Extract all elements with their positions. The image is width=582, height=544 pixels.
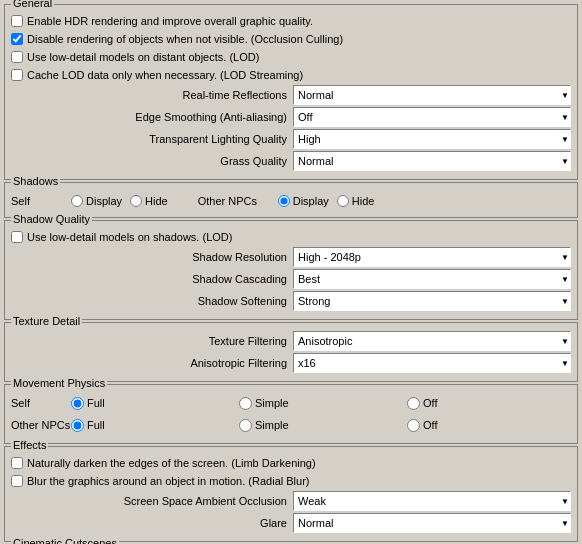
movement-other-simple-radio[interactable] <box>239 419 252 432</box>
shadow-cascading-select[interactable]: Best Better Good <box>293 269 571 289</box>
movement-other-label: Other NPCs <box>11 419 71 431</box>
limb-darkening-checkbox[interactable] <box>11 457 23 469</box>
movement-self-label: Self <box>11 397 71 409</box>
ssao-label: Screen Space Ambient Occlusion <box>11 495 293 507</box>
shadows-other-label: Other NPCs <box>198 195 278 207</box>
ssao-wrapper: Weak Strong Off <box>293 491 571 511</box>
shadow-softening-wrapper: Strong Soft Hard <box>293 291 571 311</box>
hdr-row: Enable HDR rendering and improve overall… <box>11 13 571 29</box>
lod-checkbox[interactable] <box>11 51 23 63</box>
shadows-radio-row: Self Display Hide Other NPCs Display Hid… <box>11 191 571 211</box>
movement-self-simple-radio[interactable] <box>239 397 252 410</box>
movement-physics-title: Movement Physics <box>11 377 107 389</box>
anisotropic-filtering-wrapper: x16 x8 x4 x2 x1 <box>293 353 571 373</box>
movement-self-simple-label: Simple <box>255 397 289 409</box>
glare-select[interactable]: Normal High Off <box>293 513 571 533</box>
shadows-other-hide-label: Hide <box>352 195 375 207</box>
anisotropic-filtering-select[interactable]: x16 x8 x4 x2 x1 <box>293 353 571 373</box>
occlusion-row: Disable rendering of objects when not vi… <box>11 31 571 47</box>
texture-filtering-control: Anisotropic Bilinear Trilinear <box>293 331 571 351</box>
edge-smoothing-select[interactable]: Off On <box>293 107 571 127</box>
shadow-lod-row: Use low-detail models on shadows. (LOD) <box>11 229 571 245</box>
shadows-self-hide-label: Hide <box>145 195 168 207</box>
shadow-resolution-wrapper: High - 2048p Medium - 1024p Low - 512p <box>293 247 571 267</box>
grass-quality-select[interactable]: Normal High Off <box>293 151 571 171</box>
shadows-self-display-radio[interactable] <box>71 195 83 207</box>
movement-self-full-label: Full <box>87 397 105 409</box>
occlusion-label: Disable rendering of objects when not vi… <box>27 33 343 45</box>
hdr-checkbox[interactable] <box>11 15 23 27</box>
effects-section: Effects Naturally darken the edges of th… <box>4 446 578 542</box>
radial-blur-checkbox[interactable] <box>11 475 23 487</box>
texture-filtering-select[interactable]: Anisotropic Bilinear Trilinear <box>293 331 571 351</box>
movement-self-simple: Simple <box>239 397 403 410</box>
shadows-other-display-group: Display <box>278 195 329 207</box>
radial-blur-row: Blur the graphics around an object in mo… <box>11 473 571 489</box>
grass-quality-control: Normal High Off <box>293 151 571 171</box>
shadow-softening-label: Shadow Softening <box>11 295 293 307</box>
transparent-lighting-select[interactable]: Normal High Off <box>293 129 571 149</box>
glare-control: Normal High Off <box>293 513 571 533</box>
grass-quality-wrapper: Normal High Off <box>293 151 571 171</box>
movement-other-row: Other NPCs Full Simple Off <box>11 415 571 435</box>
settings-panel: General Enable HDR rendering and improve… <box>0 0 582 544</box>
movement-other-off-radio[interactable] <box>407 419 420 432</box>
hdr-label: Enable HDR rendering and improve overall… <box>27 15 313 27</box>
movement-other-simple-label: Simple <box>255 419 289 431</box>
limb-darkening-label: Naturally darken the edges of the screen… <box>27 457 316 469</box>
movement-other-options: Full Simple Off <box>71 419 571 432</box>
shadow-softening-select[interactable]: Strong Soft Hard <box>293 291 571 311</box>
shadow-quality-section: Shadow Quality Use low-detail models on … <box>4 220 578 320</box>
movement-other-full-radio[interactable] <box>71 419 84 432</box>
general-title: General <box>11 0 54 9</box>
realtime-reflections-select[interactable]: Normal High Off <box>293 85 571 105</box>
transparent-lighting-row: Transparent Lighting Quality Normal High… <box>11 129 571 149</box>
shadow-resolution-label: Shadow Resolution <box>11 251 293 263</box>
movement-physics-section: Movement Physics Self Full Simple <box>4 384 578 444</box>
movement-self-full-radio[interactable] <box>71 397 84 410</box>
shadow-quality-content: Use low-detail models on shadows. (LOD) … <box>11 229 571 311</box>
texture-detail-section: Texture Detail Texture Filtering Anisotr… <box>4 322 578 382</box>
shadows-self-hide-radio[interactable] <box>130 195 142 207</box>
realtime-reflections-label: Real-time Reflections <box>11 89 293 101</box>
transparent-lighting-label: Transparent Lighting Quality <box>11 133 293 145</box>
general-section: General Enable HDR rendering and improve… <box>4 4 578 180</box>
shadows-self-label: Self <box>11 195 71 207</box>
shadow-cascading-wrapper: Best Better Good <box>293 269 571 289</box>
occlusion-checkbox[interactable] <box>11 33 23 45</box>
movement-physics-content: Self Full Simple Off <box>11 393 571 435</box>
texture-detail-title: Texture Detail <box>11 315 82 327</box>
texture-filtering-label: Texture Filtering <box>11 335 293 347</box>
effects-title: Effects <box>11 439 48 451</box>
lodstream-checkbox[interactable] <box>11 69 23 81</box>
shadows-other-hide-group: Hide <box>337 195 375 207</box>
movement-self-full: Full <box>71 397 235 410</box>
movement-self-row: Self Full Simple Off <box>11 393 571 413</box>
ssao-row: Screen Space Ambient Occlusion Weak Stro… <box>11 491 571 511</box>
glare-wrapper: Normal High Off <box>293 513 571 533</box>
shadow-resolution-row: Shadow Resolution High - 2048p Medium - … <box>11 247 571 267</box>
shadows-other-display-label: Display <box>293 195 329 207</box>
movement-self-off: Off <box>407 397 571 410</box>
anisotropic-filtering-label: Anisotropic Filtering <box>11 357 293 369</box>
edge-smoothing-row: Edge Smoothing (Anti-aliasing) Off On <box>11 107 571 127</box>
movement-other-off: Off <box>407 419 571 432</box>
shadow-resolution-select[interactable]: High - 2048p Medium - 1024p Low - 512p <box>293 247 571 267</box>
shadow-quality-title: Shadow Quality <box>11 213 92 225</box>
movement-self-off-label: Off <box>423 397 437 409</box>
shadows-title: Shadows <box>11 175 60 187</box>
shadows-content: Self Display Hide Other NPCs Display Hid… <box>11 191 571 211</box>
shadows-other-hide-radio[interactable] <box>337 195 349 207</box>
texture-filtering-wrapper: Anisotropic Bilinear Trilinear <box>293 331 571 351</box>
glare-row: Glare Normal High Off <box>11 513 571 533</box>
shadow-cascading-row: Shadow Cascading Best Better Good <box>11 269 571 289</box>
shadow-softening-control: Strong Soft Hard <box>293 291 571 311</box>
shadow-lod-checkbox[interactable] <box>11 231 23 243</box>
radial-blur-label: Blur the graphics around an object in mo… <box>27 475 309 487</box>
shadows-other-display-radio[interactable] <box>278 195 290 207</box>
anisotropic-filtering-row: Anisotropic Filtering x16 x8 x4 x2 x1 <box>11 353 571 373</box>
lodstream-row: Cache LOD data only when necessary. (LOD… <box>11 67 571 83</box>
general-content: Enable HDR rendering and improve overall… <box>11 13 571 171</box>
ssao-select[interactable]: Weak Strong Off <box>293 491 571 511</box>
movement-self-off-radio[interactable] <box>407 397 420 410</box>
